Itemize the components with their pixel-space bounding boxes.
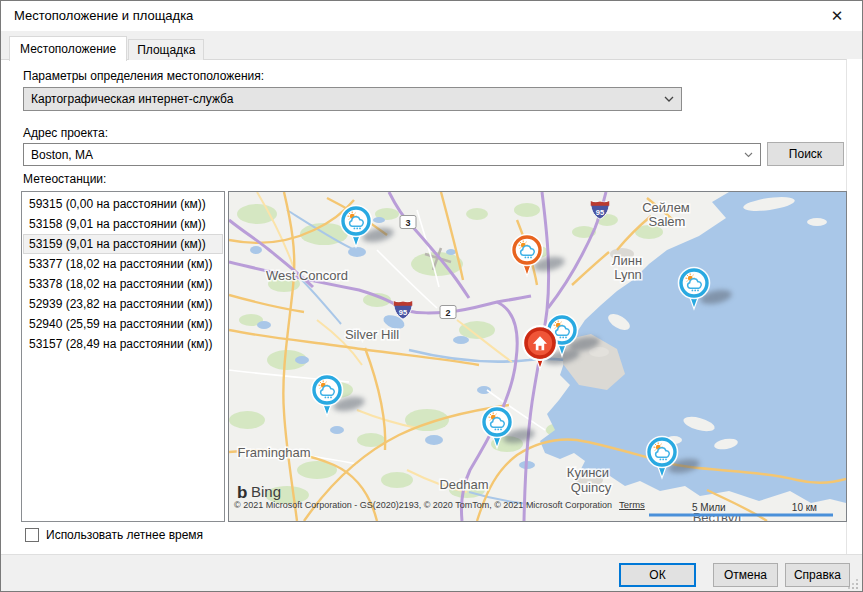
dialog-title: Местоположение и площадка [14, 8, 193, 23]
weather-station-item[interactable]: 53157 (28,49 на расстоянии (км)) [23, 334, 223, 354]
project-address-label: Адрес проекта: [23, 126, 108, 140]
weather-station-item[interactable]: 53377 (18,02 на расстоянии (км)) [23, 254, 223, 274]
location-service-dropdown[interactable]: Картографическая интернет-служба [23, 87, 682, 111]
bing-logo-label: Bing [251, 483, 281, 500]
weather-station-list[interactable]: 59315 (0,00 на расстоянии (км))53158 (9,… [21, 191, 225, 522]
route-shield-icon: 2 [440, 306, 456, 319]
place-label: West Concord [266, 268, 348, 283]
location-params-label: Параметры определения местоположения: [23, 69, 264, 83]
tab-strip: МестоположениеПлощадка [9, 36, 205, 60]
project-address-value: Boston, MA [31, 148, 93, 162]
project-address-input[interactable]: Boston, MA [23, 143, 761, 166]
location-and-site-dialog: Местоположение и площадка ✕ Местоположен… [0, 0, 863, 592]
weather-station-item[interactable]: 52939 (23,82 на расстоянии (км)) [23, 294, 223, 314]
scale-miles-label: 5 Мили [692, 502, 726, 513]
resize-grip-icon[interactable] [856, 587, 858, 589]
title-bar: Местоположение и площадка ✕ [1, 1, 862, 31]
close-icon[interactable]: ✕ [820, 3, 854, 29]
route-shield-icon: 3 [400, 216, 416, 229]
svg-text:2: 2 [445, 308, 450, 318]
place-label: Dedham [439, 477, 488, 492]
weather-station-item-selected[interactable]: 53159 (9,01 на расстоянии (км)) [23, 234, 223, 254]
bing-map[interactable]: 395295 West ConcordSilver HillFramingham… [229, 192, 846, 521]
chevron-down-icon [744, 152, 753, 158]
scale-km-label: 10 км [792, 502, 817, 513]
place-label: Salem [649, 214, 686, 229]
tab-location[interactable]: Местоположение [9, 36, 127, 61]
svg-text:95: 95 [596, 208, 604, 217]
svg-text:95: 95 [399, 308, 407, 317]
weather-stations-label: Метеостанции: [23, 172, 106, 186]
chevron-down-icon [664, 96, 674, 102]
place-label: Линн [612, 253, 642, 268]
map-copyright: © 2021 Microsoft Corporation - GS(2020)2… [234, 500, 612, 510]
ok-button[interactable]: ОК [619, 563, 696, 587]
weather-station-item[interactable]: 59315 (0,00 на расстоянии (км)) [23, 194, 223, 214]
place-label: Сейлем [642, 200, 690, 215]
place-label: Куинси [567, 465, 609, 480]
svg-text:3: 3 [405, 218, 410, 228]
weather-station-item[interactable]: 53378 (18,02 на расстоянии (км)) [23, 274, 223, 294]
dst-checkbox-label: Использовать летнее время [46, 528, 203, 542]
place-label: Quincy [571, 480, 612, 495]
cancel-button[interactable]: Отмена [713, 563, 778, 587]
place-label: Silver Hill [345, 327, 399, 342]
footer-bar: ОКОтменаСправка [1, 554, 862, 592]
tab-site[interactable]: Площадка [128, 39, 204, 60]
terms-link[interactable]: Terms [619, 499, 645, 510]
weather-station-item[interactable]: 52940 (25,59 на расстоянии (км)) [23, 314, 223, 334]
help-button[interactable]: Справка [785, 563, 850, 587]
search-button[interactable]: Поиск [767, 142, 844, 166]
place-label: Framingham [238, 445, 311, 460]
weather-station-item[interactable]: 53158 (9,01 на расстоянии (км)) [23, 214, 223, 234]
dst-checkbox[interactable] [25, 528, 39, 542]
place-label: Lynn [614, 267, 642, 282]
location-service-value: Картографическая интернет-служба [31, 92, 233, 106]
map-panel[interactable]: 395295 West ConcordSilver HillFramingham… [228, 191, 847, 522]
